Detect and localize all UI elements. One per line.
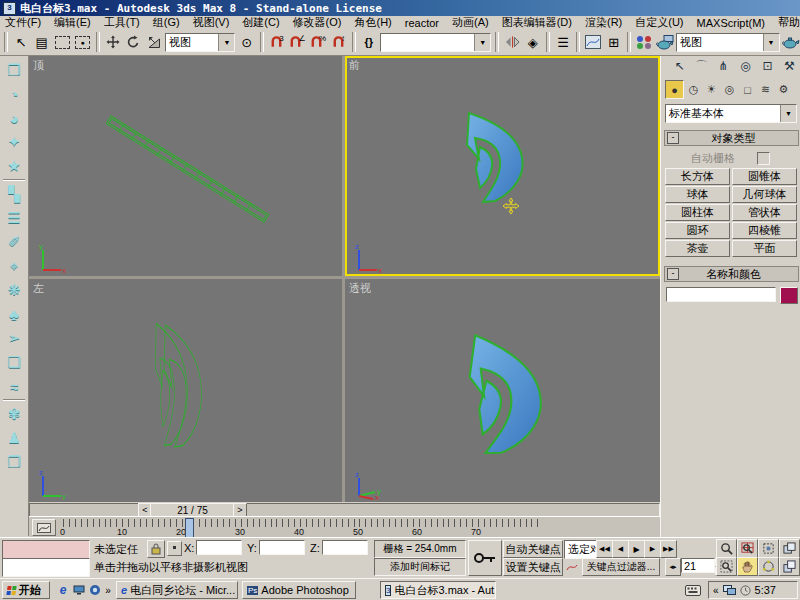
edit-named-selections-button[interactable]: {} [360,32,378,52]
menu-modifiers[interactable]: 修改器(O) [293,15,342,30]
category-dropdown[interactable]: 标准基本体 ▼ [665,104,797,123]
zoom-all-button[interactable] [737,539,758,558]
tab-hierarchy[interactable]: ⋔ [713,57,734,75]
create-cone-button[interactable]: 圆锥体 [732,168,797,185]
menu-customize[interactable]: 自定义(U) [635,15,683,30]
dropdown-arrow-icon[interactable]: ▼ [780,105,796,122]
viewport-top-label[interactable]: 顶 [33,58,44,73]
arc-rotate-button[interactable] [758,557,779,576]
layer-manager-button[interactable]: ☰ [554,32,572,52]
tray-collapse-chevron[interactable]: « [713,585,719,596]
y-coordinate-field[interactable] [259,540,305,555]
previous-frame-button[interactable]: ◀ [612,540,629,558]
create-geosphere-button[interactable]: 几何球体 [732,186,797,203]
star-shape-icon[interactable]: ★ [2,154,26,178]
primitives-icon[interactable]: ❒ [2,58,26,82]
maxscript-mini-listener-pink[interactable] [2,540,90,559]
menu-views[interactable]: 视图(V) [193,15,230,30]
task-photoshop[interactable]: Ps Adobe Photoshop [242,581,356,599]
maxscript-mini-listener-white[interactable] [2,558,90,577]
discs-icon[interactable]: ☰ [2,206,26,230]
menu-group[interactable]: 组(G) [153,15,180,30]
viewport-top[interactable]: 顶 y x [29,56,342,276]
object-type-rollout-header[interactable]: - 对象类型 [664,130,799,146]
plant-icon[interactable]: ♣ [2,302,26,326]
rectangular-region-button[interactable] [53,32,71,52]
tab-create[interactable]: ↖ [669,57,690,75]
render-type-dropdown[interactable]: 视图 ▼ [676,33,780,52]
z-coordinate-field[interactable] [322,540,368,555]
viewport-left[interactable]: 左 z y [29,279,342,502]
menu-file[interactable]: 文件(F) [5,15,41,30]
zoom-button[interactable] [716,539,737,558]
title-bar[interactable]: 3 电白台标3.max - Autodesk 3ds Max 8 - Stand… [0,0,800,16]
dropdown-arrow-icon[interactable]: ▼ [218,34,234,51]
region-zoom-button[interactable] [716,557,737,576]
reference-coordinate-dropdown[interactable]: 视图 ▼ [165,33,235,52]
dropdown-arrow-icon[interactable]: ▼ [763,34,779,51]
viewport-perspective[interactable]: 透视 z y x [345,279,660,502]
zoom-extents-button[interactable] [758,539,779,558]
spindle-icon[interactable]: ✦ [2,130,26,154]
waves-icon[interactable]: ≈ [2,374,26,398]
viewport-perspective-label[interactable]: 透视 [349,281,371,296]
object-color-swatch[interactable] [780,287,798,304]
task-3dsmax-active[interactable]: 3 电白台标3.max - Aut... [380,581,496,599]
cubes-icon[interactable]: ❏ [2,350,26,374]
quick-render-button[interactable] [782,32,800,52]
track-bar[interactable]: 0 10 20 30 40 50 60 70 [29,516,660,538]
go-to-end-button[interactable]: ▶▶ [660,540,677,558]
autogrid-checkbox[interactable] [757,152,770,165]
probe-icon[interactable]: ⌖ [2,254,26,278]
go-to-start-button[interactable]: ◀◀ [596,540,613,558]
create-plane-button[interactable]: 平面 [732,240,797,257]
sub-lights[interactable]: ☀ [703,81,720,98]
auto-key-button[interactable]: 自动关键点 [503,540,563,558]
schematic-view-button[interactable]: ⊞ [605,32,623,52]
play-button[interactable]: ▶ [628,540,645,558]
sub-helpers[interactable]: □ [739,81,756,98]
books-icon[interactable]: ❐ [2,450,26,474]
frame-number-field[interactable] [681,558,715,573]
select-and-rotate-button[interactable] [124,32,142,52]
next-frame-button[interactable]: ▶ [644,540,661,558]
toolbar-grip[interactable] [4,32,8,52]
network-tray-icon[interactable] [723,585,736,596]
menu-reactor[interactable]: reactor [405,17,439,29]
menu-maxscript[interactable]: MAXScript(M) [697,17,765,29]
select-and-scale-button[interactable] [145,32,163,52]
tab-display[interactable]: ⊡ [757,57,778,75]
sphere-shortcut-icon[interactable]: ◕ [2,106,26,130]
material-editor-button[interactable] [635,32,653,52]
task-ie-forum[interactable]: e 电白同乡论坛 - Micr... [116,581,238,599]
key-mode-toggle-button[interactable]: ◂▸ [665,558,681,576]
object-name-field[interactable] [666,287,776,302]
input-method-keyboard-icon[interactable] [684,583,702,597]
checker-icon[interactable]: ▚ [2,182,26,206]
quick-launch-app-icon[interactable] [88,583,102,597]
menu-character[interactable]: 角色(H) [355,15,392,30]
create-sphere-button[interactable]: 球体 [665,186,730,203]
x-coordinate-field[interactable] [196,540,242,555]
gear-icon[interactable]: ❋ [2,278,26,302]
selection-lock-button[interactable] [147,540,165,558]
spray-icon[interactable]: ✐ [2,230,26,254]
angle-snap-button[interactable]: ∠ [288,32,306,52]
name-color-rollout-header[interactable]: - 名称和颜色 [664,266,799,282]
menu-edit[interactable]: 编辑(E) [54,15,91,30]
select-by-name-button[interactable]: ▤ [32,32,50,52]
create-box-button[interactable]: 长方体 [665,168,730,185]
render-setup-button[interactable] [655,32,673,52]
create-tube-button[interactable]: 管状体 [732,204,797,221]
use-pivot-center-button[interactable]: ⊙ [237,32,255,52]
zoom-extents-all-button[interactable] [779,539,800,558]
knot-icon[interactable]: ✾ [2,402,26,426]
align-button[interactable]: ◈ [523,32,541,52]
crossing-selection-button[interactable]: ● [73,32,91,52]
dropdown-arrow-icon[interactable]: ▼ [474,34,490,51]
menu-graph-editors[interactable]: 图表编辑器(D) [502,15,572,30]
menu-animation[interactable]: 动画(A) [452,15,489,30]
percent-snap-button[interactable]: % [309,32,327,52]
curve-editor-button[interactable] [584,32,602,52]
start-button[interactable]: 开始 [2,581,50,599]
